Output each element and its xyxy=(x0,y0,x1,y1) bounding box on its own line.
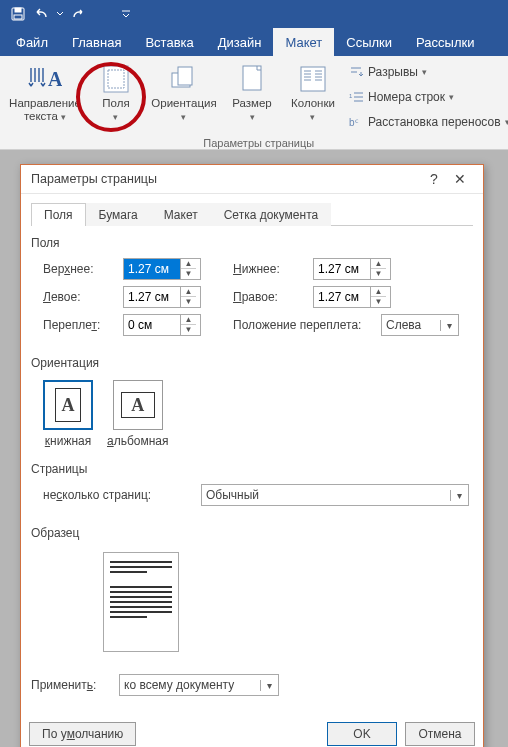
pages-section-label: Страницы xyxy=(31,462,473,476)
ribbon-group-label: Параметры страницы xyxy=(4,135,508,150)
save-button[interactable] xyxy=(6,2,30,26)
bottom-margin-label: Нижнее: xyxy=(233,262,305,276)
undo-button[interactable] xyxy=(30,2,54,26)
tab-layout[interactable]: Макет xyxy=(273,28,334,56)
dlg-tab-margins[interactable]: Поля xyxy=(31,203,86,226)
tab-design[interactable]: Дизайн xyxy=(206,28,274,56)
cancel-button[interactable]: Отмена xyxy=(405,722,475,746)
hyphenation-label: Расстановка переносов xyxy=(368,115,501,129)
columns-label: Колонки xyxy=(291,97,335,109)
chevron-down-icon: ▾ xyxy=(250,112,255,122)
quick-access-toolbar xyxy=(0,0,508,28)
hyphenation-icon: bᶜ xyxy=(348,114,364,130)
chevron-down-icon: ▾ xyxy=(61,112,66,122)
svg-text:bᶜ: bᶜ xyxy=(349,117,359,128)
chevron-down-icon: ▾ xyxy=(422,67,427,77)
multi-pages-label: несколько страниц: xyxy=(43,488,193,502)
line-numbers-icon: 1 xyxy=(348,89,364,105)
gutter-label: Переплет: xyxy=(43,318,115,332)
preview-thumbnail xyxy=(103,552,179,652)
columns-button[interactable]: Колонки▾ xyxy=(282,59,344,135)
multi-pages-select[interactable]: Обычный▾ xyxy=(201,484,469,506)
chevron-down-icon: ▾ xyxy=(181,112,186,122)
ribbon: A Направление текста ▾ Поля▾ xyxy=(0,56,508,150)
dialog-buttons: По умолчанию OK Отмена xyxy=(21,712,483,747)
orientation-icon xyxy=(169,64,199,94)
dlg-tab-layout[interactable]: Макет xyxy=(151,203,211,226)
apply-to-select[interactable]: ко всему документу▾ xyxy=(119,674,279,696)
ribbon-group-page-setup: A Направление текста ▾ Поля▾ xyxy=(0,56,508,149)
ribbon-tabs: Файл Главная Вставка Дизайн Макет Ссылки… xyxy=(0,28,508,56)
size-icon xyxy=(239,64,265,94)
svg-text:A: A xyxy=(48,68,62,90)
page-setup-dialog: Параметры страницы ? ✕ Поля Бумага Макет… xyxy=(20,164,484,747)
right-margin-label: Правое: xyxy=(233,290,305,304)
right-margin-input[interactable]: ▲▼ xyxy=(313,286,391,308)
default-button[interactable]: По умолчанию xyxy=(29,722,136,746)
gutter-pos-label: Положение переплета: xyxy=(233,318,373,332)
top-margin-label: Верхнее: xyxy=(43,262,115,276)
orientation-section-label: Ориентация xyxy=(31,356,473,370)
document-area: Параметры страницы ? ✕ Поля Бумага Макет… xyxy=(0,150,508,747)
help-button[interactable]: ? xyxy=(421,171,447,187)
line-numbers-button[interactable]: 1 Номера строк ▾ xyxy=(348,86,508,108)
dialog-tabs: Поля Бумага Макет Сетка документа xyxy=(31,202,473,226)
margins-icon xyxy=(101,64,131,94)
tab-insert[interactable]: Вставка xyxy=(133,28,205,56)
size-label: Размер xyxy=(232,97,272,109)
margins-label: Поля xyxy=(102,97,129,109)
dialog-title: Параметры страницы xyxy=(31,172,421,186)
dlg-tab-grid[interactable]: Сетка документа xyxy=(211,203,331,226)
breaks-icon xyxy=(348,64,364,80)
svg-rect-7 xyxy=(178,67,192,85)
gutter-input[interactable]: ▲▼ xyxy=(123,314,201,336)
tab-mailings[interactable]: Рассылки xyxy=(404,28,486,56)
undo-dropdown[interactable] xyxy=(54,2,66,26)
breaks-button[interactable]: Разрывы ▾ xyxy=(348,61,508,83)
line-numbers-label: Номера строк xyxy=(368,90,445,104)
hyphenation-button[interactable]: bᶜ Расстановка переносов ▾ xyxy=(348,111,508,133)
dlg-tab-paper[interactable]: Бумага xyxy=(86,203,151,226)
tab-references[interactable]: Ссылки xyxy=(334,28,404,56)
ok-button[interactable]: OK xyxy=(327,722,397,746)
svg-rect-2 xyxy=(14,15,22,19)
customize-qat[interactable] xyxy=(114,2,138,26)
preview-section-label: Образец xyxy=(31,526,473,540)
text-direction-button[interactable]: A Направление текста ▾ xyxy=(4,59,86,135)
chevron-down-icon: ▾ xyxy=(505,117,508,127)
margins-button[interactable]: Поля▾ xyxy=(86,59,146,135)
left-margin-label: Левое: xyxy=(43,290,115,304)
ribbon-small-items: Разрывы ▾ 1 Номера строк ▾ bᶜ Расстановк… xyxy=(344,59,508,135)
orientation-landscape[interactable]: A альбомная xyxy=(107,380,169,448)
bottom-margin-input[interactable]: ▲▼ xyxy=(313,258,391,280)
columns-icon xyxy=(299,65,327,93)
top-margin-input[interactable]: ▲▼ xyxy=(123,258,201,280)
orientation-button[interactable]: Ориентация▾ xyxy=(146,59,222,135)
svg-rect-1 xyxy=(15,8,21,12)
tab-home[interactable]: Главная xyxy=(60,28,133,56)
orientation-portrait[interactable]: A книжная xyxy=(43,380,93,448)
close-button[interactable]: ✕ xyxy=(447,171,473,187)
chevron-down-icon: ▾ xyxy=(113,112,118,122)
dialog-titlebar: Параметры страницы ? ✕ xyxy=(21,165,483,194)
svg-text:1: 1 xyxy=(349,93,353,99)
gutter-pos-select[interactable]: Слева▾ xyxy=(381,314,459,336)
text-direction-label: Направление текста xyxy=(9,97,81,122)
text-direction-icon: A xyxy=(28,64,62,94)
size-button[interactable]: Размер▾ xyxy=(222,59,282,135)
margins-section-label: Поля xyxy=(31,236,473,250)
apply-to-label: Применить: xyxy=(31,678,111,692)
breaks-label: Разрывы xyxy=(368,65,418,79)
tab-file[interactable]: Файл xyxy=(4,28,60,56)
left-margin-input[interactable]: ▲▼ xyxy=(123,286,201,308)
chevron-down-icon: ▾ xyxy=(310,112,315,122)
redo-button[interactable] xyxy=(66,2,90,26)
chevron-down-icon: ▾ xyxy=(449,92,454,102)
orientation-label: Ориентация xyxy=(151,97,216,109)
